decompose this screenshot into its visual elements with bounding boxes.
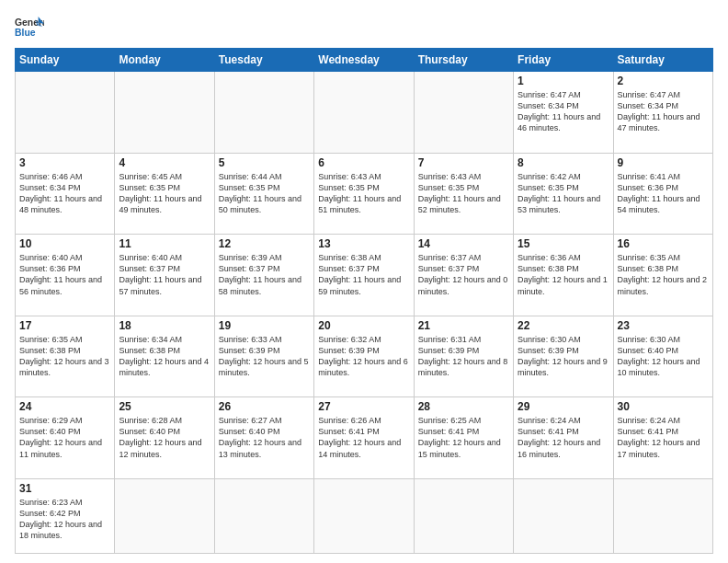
day-number: 26: [219, 400, 310, 413]
day-number: 21: [418, 319, 509, 332]
calendar-cell: 30Sunrise: 6:24 AM Sunset: 6:41 PM Dayli…: [613, 397, 712, 479]
day-number: 28: [418, 400, 509, 413]
weekday-header-friday: Friday: [514, 49, 613, 72]
calendar-cell: [314, 72, 414, 154]
day-info: Sunrise: 6:23 AM Sunset: 6:42 PM Dayligh…: [19, 497, 110, 542]
day-number: 10: [19, 237, 110, 250]
day-info: Sunrise: 6:43 AM Sunset: 6:35 PM Dayligh…: [418, 171, 509, 216]
day-number: 4: [119, 156, 210, 169]
day-number: 30: [618, 400, 709, 413]
calendar-cell: 3Sunrise: 6:46 AM Sunset: 6:34 PM Daylig…: [16, 153, 115, 235]
day-info: Sunrise: 6:36 AM Sunset: 6:38 PM Dayligh…: [518, 252, 609, 297]
day-number: 7: [418, 156, 509, 169]
week-row-6: 31Sunrise: 6:23 AM Sunset: 6:42 PM Dayli…: [16, 478, 713, 553]
day-number: 5: [219, 156, 310, 169]
calendar-cell: [514, 478, 613, 553]
calendar-cell: [16, 72, 115, 154]
calendar-cell: 6Sunrise: 6:43 AM Sunset: 6:35 PM Daylig…: [314, 153, 414, 235]
calendar-cell: 7Sunrise: 6:43 AM Sunset: 6:35 PM Daylig…: [414, 153, 513, 235]
day-number: 23: [618, 319, 709, 332]
day-number: 12: [219, 237, 310, 250]
day-info: Sunrise: 6:46 AM Sunset: 6:34 PM Dayligh…: [19, 171, 110, 216]
calendar-cell: 26Sunrise: 6:27 AM Sunset: 6:40 PM Dayli…: [214, 397, 313, 479]
day-info: Sunrise: 6:24 AM Sunset: 6:41 PM Dayligh…: [618, 415, 709, 460]
calendar-cell: [414, 72, 513, 154]
day-info: Sunrise: 6:35 AM Sunset: 6:38 PM Dayligh…: [618, 252, 709, 297]
calendar-cell: [214, 72, 313, 154]
day-info: Sunrise: 6:29 AM Sunset: 6:40 PM Dayligh…: [19, 415, 110, 460]
day-info: Sunrise: 6:37 AM Sunset: 6:37 PM Dayligh…: [418, 252, 509, 297]
calendar-cell: 16Sunrise: 6:35 AM Sunset: 6:38 PM Dayli…: [613, 235, 712, 316]
calendar-cell: 4Sunrise: 6:45 AM Sunset: 6:35 PM Daylig…: [115, 153, 214, 235]
calendar-cell: 2Sunrise: 6:47 AM Sunset: 6:34 PM Daylig…: [613, 72, 712, 154]
week-row-5: 24Sunrise: 6:29 AM Sunset: 6:40 PM Dayli…: [16, 397, 713, 479]
calendar-table: SundayMondayTuesdayWednesdayThursdayFrid…: [15, 48, 713, 554]
calendar-cell: 29Sunrise: 6:24 AM Sunset: 6:41 PM Dayli…: [514, 397, 613, 479]
day-number: 20: [318, 319, 409, 332]
day-number: 16: [618, 237, 709, 250]
day-number: 15: [518, 237, 609, 250]
day-info: Sunrise: 6:24 AM Sunset: 6:41 PM Dayligh…: [518, 415, 609, 460]
calendar-cell: [214, 478, 313, 553]
day-info: Sunrise: 6:25 AM Sunset: 6:41 PM Dayligh…: [418, 415, 509, 460]
day-number: 24: [19, 400, 110, 413]
day-number: 1: [518, 75, 609, 87]
day-number: 18: [119, 319, 210, 332]
week-row-4: 17Sunrise: 6:35 AM Sunset: 6:38 PM Dayli…: [16, 316, 713, 397]
svg-text:Blue: Blue: [15, 28, 36, 38]
calendar-cell: 25Sunrise: 6:28 AM Sunset: 6:40 PM Dayli…: [115, 397, 214, 479]
header: General Blue: [15, 15, 713, 40]
day-info: Sunrise: 6:28 AM Sunset: 6:40 PM Dayligh…: [119, 415, 210, 460]
calendar-cell: 11Sunrise: 6:40 AM Sunset: 6:37 PM Dayli…: [115, 235, 214, 316]
day-info: Sunrise: 6:45 AM Sunset: 6:35 PM Dayligh…: [119, 171, 210, 216]
day-number: 29: [518, 400, 609, 413]
week-row-2: 3Sunrise: 6:46 AM Sunset: 6:34 PM Daylig…: [16, 153, 713, 235]
day-number: 19: [219, 319, 310, 332]
calendar-cell: [314, 478, 414, 553]
day-info: Sunrise: 6:26 AM Sunset: 6:41 PM Dayligh…: [318, 415, 409, 460]
calendar-cell: [613, 478, 712, 553]
calendar-cell: 13Sunrise: 6:38 AM Sunset: 6:37 PM Dayli…: [314, 235, 414, 316]
week-row-3: 10Sunrise: 6:40 AM Sunset: 6:36 PM Dayli…: [16, 235, 713, 316]
day-info: Sunrise: 6:34 AM Sunset: 6:38 PM Dayligh…: [119, 334, 210, 379]
day-number: 14: [418, 237, 509, 250]
page: General Blue SundayMondayTuesdayWednesda…: [0, 0, 728, 563]
calendar-cell: [115, 72, 214, 154]
day-info: Sunrise: 6:41 AM Sunset: 6:36 PM Dayligh…: [618, 171, 709, 216]
weekday-header-wednesday: Wednesday: [314, 49, 414, 72]
calendar-cell: 8Sunrise: 6:42 AM Sunset: 6:35 PM Daylig…: [514, 153, 613, 235]
day-info: Sunrise: 6:38 AM Sunset: 6:37 PM Dayligh…: [318, 252, 409, 297]
day-info: Sunrise: 6:40 AM Sunset: 6:37 PM Dayligh…: [119, 252, 210, 297]
day-number: 6: [318, 156, 409, 169]
calendar-cell: 20Sunrise: 6:32 AM Sunset: 6:39 PM Dayli…: [314, 316, 414, 397]
day-info: Sunrise: 6:30 AM Sunset: 6:39 PM Dayligh…: [518, 334, 609, 379]
day-number: 9: [618, 156, 709, 169]
calendar-cell: 10Sunrise: 6:40 AM Sunset: 6:36 PM Dayli…: [16, 235, 115, 316]
day-info: Sunrise: 6:30 AM Sunset: 6:40 PM Dayligh…: [618, 334, 709, 379]
day-number: 13: [318, 237, 409, 250]
day-info: Sunrise: 6:40 AM Sunset: 6:36 PM Dayligh…: [19, 252, 110, 297]
calendar-cell: 1Sunrise: 6:47 AM Sunset: 6:34 PM Daylig…: [514, 72, 613, 154]
day-number: 22: [518, 319, 609, 332]
weekday-header-row: SundayMondayTuesdayWednesdayThursdayFrid…: [16, 49, 713, 72]
day-info: Sunrise: 6:44 AM Sunset: 6:35 PM Dayligh…: [219, 171, 310, 216]
calendar-cell: 21Sunrise: 6:31 AM Sunset: 6:39 PM Dayli…: [414, 316, 513, 397]
weekday-header-saturday: Saturday: [613, 49, 712, 72]
calendar-cell: 5Sunrise: 6:44 AM Sunset: 6:35 PM Daylig…: [214, 153, 313, 235]
day-number: 17: [19, 319, 110, 332]
weekday-header-thursday: Thursday: [414, 49, 513, 72]
calendar-cell: 14Sunrise: 6:37 AM Sunset: 6:37 PM Dayli…: [414, 235, 513, 316]
day-info: Sunrise: 6:31 AM Sunset: 6:39 PM Dayligh…: [418, 334, 509, 379]
day-info: Sunrise: 6:32 AM Sunset: 6:39 PM Dayligh…: [318, 334, 409, 379]
day-info: Sunrise: 6:27 AM Sunset: 6:40 PM Dayligh…: [219, 415, 310, 460]
day-info: Sunrise: 6:35 AM Sunset: 6:38 PM Dayligh…: [19, 334, 110, 379]
day-info: Sunrise: 6:47 AM Sunset: 6:34 PM Dayligh…: [618, 89, 709, 134]
day-number: 31: [19, 482, 110, 495]
calendar-cell: 31Sunrise: 6:23 AM Sunset: 6:42 PM Dayli…: [16, 478, 115, 553]
calendar-cell: 27Sunrise: 6:26 AM Sunset: 6:41 PM Dayli…: [314, 397, 414, 479]
calendar-cell: 24Sunrise: 6:29 AM Sunset: 6:40 PM Dayli…: [16, 397, 115, 479]
day-info: Sunrise: 6:33 AM Sunset: 6:39 PM Dayligh…: [219, 334, 310, 379]
weekday-header-monday: Monday: [115, 49, 214, 72]
calendar-cell: 12Sunrise: 6:39 AM Sunset: 6:37 PM Dayli…: [214, 235, 313, 316]
day-number: 25: [119, 400, 210, 413]
